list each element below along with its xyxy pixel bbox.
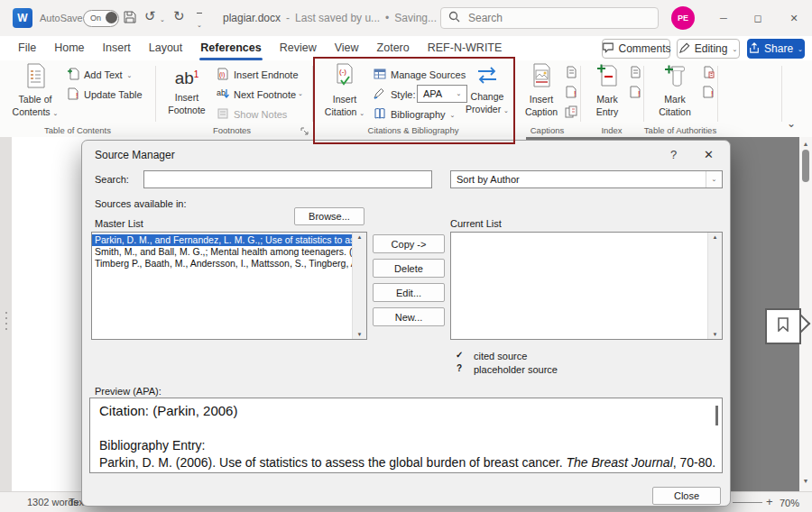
placeholder-source-label: placeholder source — [474, 364, 558, 375]
update-table-of-figures-icon[interactable]: ! — [565, 86, 577, 102]
svg-text:!: ! — [638, 89, 641, 98]
scrollbar-down-icon[interactable]: ▼ — [799, 478, 812, 484]
insert-index-icon[interactable] — [629, 66, 641, 82]
table-of-contents-button[interactable]: Table of Contents ⌄ — [9, 63, 61, 117]
tab-zotero[interactable]: Zotero — [368, 36, 419, 60]
tab-insert[interactable]: Insert — [94, 36, 140, 60]
ribbon-collapse-icon[interactable]: ⌄ — [787, 117, 796, 130]
master-list-item[interactable]: Smith, M., and Ball, M. G.,; Mental heal… — [92, 246, 353, 258]
new-button[interactable]: New... — [373, 307, 445, 326]
current-list-scrollbar[interactable]: ▲ ▼ — [707, 233, 722, 339]
update-index-icon[interactable]: ! — [629, 86, 641, 102]
preview-scrollbar-thumb[interactable] — [715, 406, 718, 425]
dialog-help-button[interactable]: ? — [670, 148, 677, 161]
redo-icon[interactable]: ↻ — [173, 8, 185, 24]
add-text-button[interactable]: Add Text⌄ — [67, 66, 132, 84]
tab-references[interactable]: References — [191, 36, 270, 60]
search-box[interactable] — [440, 7, 659, 29]
update-table-icon: ! — [67, 87, 79, 102]
tab-view[interactable]: View — [326, 36, 368, 60]
manage-sources-icon — [374, 68, 386, 82]
save-icon[interactable] — [123, 10, 137, 28]
avatar[interactable]: PE — [671, 6, 695, 30]
browse-button[interactable]: Browse... — [294, 207, 364, 225]
tab-file[interactable]: File — [9, 36, 45, 60]
title-separator: - — [286, 12, 290, 24]
saving-status: Saving... — [394, 12, 437, 24]
mark-entry-button[interactable]: Mark Entry — [586, 63, 628, 117]
bibliography-icon — [374, 107, 386, 122]
preview-bibliography-entry: Parkin, D. M. (2006). Use of statistics … — [99, 455, 715, 470]
current-list[interactable]: ▲ ▼ — [450, 232, 723, 340]
zoom-level[interactable]: 70% — [780, 498, 799, 508]
manage-sources-button[interactable]: Manage Sources — [374, 66, 466, 84]
insert-endnote-button[interactable]: (i) Insert Endnote — [217, 66, 299, 84]
show-notes-icon — [217, 107, 229, 122]
close-button[interactable]: ✕ — [779, 0, 809, 36]
sort-value: Sort by Author — [451, 174, 706, 185]
master-list-item[interactable]: Timberg P., Baath, M., Andersson, I., Ma… — [92, 258, 353, 270]
scrollbar-up-icon[interactable]: ▲ — [708, 234, 722, 240]
scrollbar-thumb[interactable] — [802, 150, 809, 182]
dialog-search-label: Search: — [95, 174, 129, 185]
change-provider-button[interactable]: Change Provider ⌄ — [462, 63, 512, 114]
qat-overflow-icon[interactable]: ⌄ — [197, 13, 202, 31]
zoom-in-button[interactable]: + — [766, 495, 773, 508]
search-icon — [448, 10, 460, 26]
preview-box: Citation: (Parkin, 2006) Bibliography En… — [89, 398, 723, 473]
last-saved-status[interactable]: Last saved by u... — [295, 12, 380, 24]
next-footnote-button[interactable]: ab Next Footnote — [217, 86, 296, 104]
mark-entry-icon — [596, 63, 618, 92]
style-select[interactable]: APA ⌄ — [417, 85, 467, 103]
insert-table-of-figures-icon[interactable] — [565, 66, 577, 82]
comments-button[interactable]: Comments — [602, 39, 670, 59]
insert-footnote-button[interactable]: ab1 Insert Footnote — [162, 63, 211, 115]
close-dialog-button[interactable]: Close — [652, 487, 721, 505]
tab-review[interactable]: Review — [271, 36, 326, 60]
sort-dropdown[interactable]: Sort by Author ⌄ — [450, 170, 723, 188]
cross-reference-icon[interactable] — [565, 105, 577, 122]
dialog-close-icon[interactable]: ✕ — [704, 148, 714, 161]
bibliography-button[interactable]: Bibliography⌄ — [374, 105, 455, 123]
tab-home[interactable]: Home — [45, 36, 93, 60]
undo-icon[interactable]: ↺ — [144, 8, 156, 24]
update-table-of-authorities-icon[interactable]: ! — [702, 86, 715, 102]
insert-caption-icon — [531, 63, 552, 92]
insert-citation-button[interactable]: (-) Insert Citation ⌄ — [320, 63, 369, 117]
undo-dropdown-icon[interactable]: ⌄ — [160, 16, 165, 23]
insert-table-of-authorities-icon[interactable] — [702, 66, 715, 82]
next-footnote-dropdown-icon[interactable]: ⌄ — [298, 90, 303, 96]
bookmark-flag-button[interactable] — [765, 308, 801, 344]
editing-dropdown-button[interactable]: Editing ⌄ — [677, 39, 740, 59]
preview-citation: Citation: (Parkin, 2006) — [99, 403, 237, 418]
scrollbar-down-icon[interactable]: ▼ — [708, 332, 722, 337]
dialog-search-input[interactable] — [143, 170, 432, 188]
maximize-button[interactable]: ◻ — [743, 0, 773, 36]
word-logo-icon: W — [13, 8, 32, 28]
autosave-label: AutoSave — [40, 13, 83, 23]
share-button[interactable]: Share ⌄ — [747, 39, 805, 59]
chevron-down-icon: ⌄ — [798, 46, 803, 52]
delete-button[interactable]: Delete — [373, 259, 445, 278]
autosave-toggle[interactable]: On — [83, 10, 119, 27]
update-table-button[interactable]: ! Update Table — [67, 86, 143, 104]
mark-citation-button[interactable]: Mark Citation — [651, 63, 698, 117]
edit-button[interactable]: Edit... — [373, 283, 445, 302]
table-of-contents-icon — [24, 63, 46, 92]
master-list-scrollbar[interactable]: ▲ ▼ — [352, 233, 366, 339]
master-list-item[interactable]: Parkin, D. M., and Fernandez, L. M. G.,;… — [92, 234, 353, 246]
insert-caption-button[interactable]: Insert Caption — [520, 63, 563, 117]
tab-ref-n-write[interactable]: REF-N-WRITE — [419, 36, 512, 60]
scrollbar-down-icon[interactable]: ▼ — [353, 332, 366, 337]
minimize-button[interactable]: ─ — [708, 0, 739, 36]
pane-drag-handle[interactable] — [5, 312, 7, 330]
master-list[interactable]: Parkin, D. M., and Fernandez, L. M. G.,;… — [91, 232, 367, 340]
scrollbar-up-icon[interactable]: ▲ — [799, 141, 812, 147]
preview-bibliography-heading: Bibliography Entry: — [99, 438, 206, 453]
tab-layout[interactable]: Layout — [140, 36, 192, 60]
change-provider-icon — [475, 63, 499, 89]
zoom-slider[interactable] — [733, 502, 762, 503]
scrollbar-up-icon[interactable]: ▲ — [353, 234, 366, 240]
search-input[interactable] — [466, 11, 632, 25]
copy-button[interactable]: Copy -> — [373, 234, 445, 253]
